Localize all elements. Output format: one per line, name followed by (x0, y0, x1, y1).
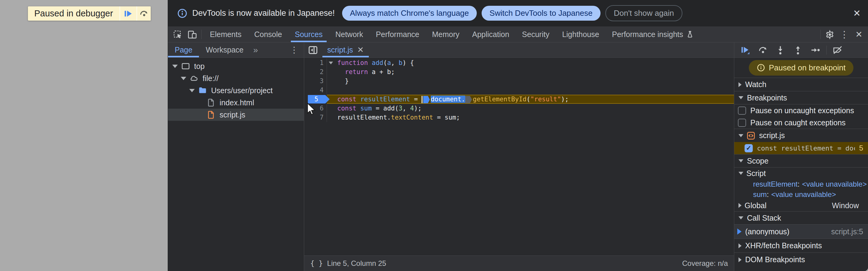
line-number[interactable]: 2 (304, 67, 327, 77)
line-number[interactable]: 7 (304, 113, 327, 122)
tree-item-script.js[interactable]: script.js (168, 109, 304, 121)
tree-item-file-[interactable]: file:// (168, 72, 304, 84)
inspect-element-button[interactable] (170, 27, 185, 42)
code-token: = sum; (433, 114, 460, 121)
code-line-6[interactable]: 6const sum = add(3, 4); (304, 104, 734, 113)
tab-performance-insights[interactable]: Performance insights (606, 27, 701, 42)
tab-memory[interactable]: Memory (426, 27, 466, 42)
scope-variable-resultElement[interactable]: resultElement:<value unavailable> (734, 179, 868, 189)
pretty-print-button[interactable]: { } (310, 260, 323, 267)
tree-item-index.html[interactable]: index.html (168, 96, 304, 109)
info-icon (757, 63, 765, 72)
scope-script-group[interactable]: Script (734, 168, 868, 179)
settings-gear-button[interactable] (823, 27, 837, 42)
tab-performance[interactable]: Performance (369, 27, 426, 42)
code-token: sum (360, 105, 372, 112)
code-line-3[interactable]: 3 } (304, 77, 734, 86)
line-number[interactable]: 3 (304, 77, 327, 86)
infobar-action-2[interactable]: Switch DevTools to Japanese (482, 6, 600, 21)
scope-global-label: Global (745, 201, 766, 210)
main-panel-tabs: ElementsConsoleSourcesNetworkPerformance… (204, 27, 701, 42)
pause-on-uncaught-checkbox[interactable] (738, 107, 746, 115)
kebab-menu-icon: ⋮ (840, 30, 849, 39)
expand-caret-icon[interactable] (172, 65, 178, 68)
scope-caret-icon (739, 203, 742, 208)
step-over-button[interactable] (755, 43, 771, 57)
step-over-page-button[interactable] (136, 6, 151, 21)
fold-caret-icon[interactable] (328, 62, 337, 64)
tab-workspace[interactable]: Workspace (199, 42, 250, 57)
section-caret-icon (739, 82, 742, 87)
code-line-4[interactable]: 4 (304, 86, 734, 95)
resume-button[interactable] (737, 43, 753, 57)
device-toolbar-toggle-button[interactable] (185, 27, 199, 42)
resume-script-button[interactable] (120, 6, 136, 21)
tab-elements[interactable]: Elements (204, 27, 248, 42)
tab-network[interactable]: Network (329, 27, 370, 42)
line-number[interactable]: 6 (304, 104, 327, 113)
tree-item-users-user-project[interactable]: Users/user/project (168, 84, 304, 96)
breakpoint-file-group[interactable]: script.js (734, 129, 868, 142)
breakpoint-checkbox[interactable]: ✓ (745, 144, 753, 152)
section-breakpoints[interactable]: Breakpoints (734, 91, 868, 104)
code-line-5[interactable]: 5const resultElement = document.getEleme… (304, 95, 734, 104)
tab-application[interactable]: Application (466, 27, 516, 42)
tab-console[interactable]: Console (248, 27, 288, 42)
code-token: resultElement (360, 96, 410, 103)
infobar-close-icon[interactable]: ✕ (853, 9, 861, 18)
deactivate-breakpoints-button[interactable] (830, 43, 845, 57)
call-stack-frame[interactable]: (anonymous)script.js:5 (734, 224, 868, 239)
tab-lighthouse[interactable]: Lighthouse (556, 27, 606, 42)
expand-caret-icon[interactable] (181, 77, 186, 80)
step-over-icon (757, 45, 768, 55)
line-number[interactable]: 5 (304, 95, 327, 104)
infobar-action-3[interactable]: Don't show again (606, 5, 683, 21)
tabbar-right-controls: ⋮ ✕ (818, 27, 868, 42)
code-line-7[interactable]: 7resultElement.textContent = sum; (304, 113, 734, 122)
section-xhr-fetch-breakpoints[interactable]: XHR/fetch Breakpoints (734, 239, 868, 252)
section-watch[interactable]: Watch (734, 78, 868, 91)
devtools-close-button[interactable]: ✕ (851, 27, 866, 42)
pause-on-uncaught-checkbox-row[interactable]: Pause on uncaught exceptions (734, 104, 868, 117)
code-token: ( (383, 59, 387, 66)
pause-on-caught-checkbox[interactable] (738, 119, 746, 127)
code-line-2[interactable]: 2 return a + b; (304, 67, 734, 77)
code-line-content: } (327, 77, 734, 86)
step-button[interactable] (808, 43, 824, 57)
pause-on-caught-checkbox-row[interactable]: Pause on caught exceptions (734, 117, 868, 129)
code-editor[interactable]: 1function add(a, b) {2 return a + b;3 }4… (304, 58, 734, 255)
code-line-1[interactable]: 1function add(a, b) { (304, 58, 734, 67)
devtools-main-tabbar: ElementsConsoleSourcesNetworkPerformance… (168, 27, 868, 42)
infobar-action-1[interactable]: Always match Chrome's language (342, 6, 477, 21)
tab-label: Performance (376, 30, 419, 39)
tree-item-top[interactable]: top (168, 60, 304, 72)
navigator-kebab-icon[interactable]: ⋮ (284, 42, 304, 57)
expand-caret-icon[interactable] (189, 89, 195, 92)
tab-page[interactable]: Page (168, 42, 199, 57)
editor-tab-scriptjs[interactable]: script.js ✕ (322, 42, 369, 57)
step-into-button[interactable] (772, 43, 788, 57)
inline-breakpoint-on-icon[interactable] (423, 96, 430, 103)
line-number[interactable]: 4 (304, 86, 327, 95)
tab-close-icon[interactable]: ✕ (357, 45, 364, 55)
section-scope[interactable]: Scope (734, 154, 868, 168)
section-dom-breakpoints[interactable]: DOM Breakpoints (734, 252, 868, 266)
breakpoint-entry[interactable]: ✓const resultElement = doc⋯5 (734, 142, 868, 154)
tab-label: Application (472, 30, 509, 39)
tab-security[interactable]: Security (516, 27, 556, 42)
line-number[interactable]: 1 (304, 58, 327, 67)
tree-item-label: file:// (203, 74, 219, 83)
more-options-kebab-button[interactable]: ⋮ (837, 27, 851, 42)
collapse-sidebar-button[interactable] (304, 42, 322, 57)
more-tabs-chevron[interactable]: » (250, 42, 261, 57)
code-line-content: function add(a, b) { (327, 58, 734, 67)
section-call-stack[interactable]: Call Stack (734, 211, 868, 224)
step-out-button[interactable] (790, 43, 806, 57)
navigator-header: Page Workspace » ⋮ (168, 42, 304, 58)
variable-value: <value unavailable> (802, 180, 867, 188)
inline-breakpoint-off-icon[interactable] (465, 96, 472, 103)
scope-global-group[interactable]: GlobalWindow (734, 200, 868, 211)
frame-icon (181, 61, 190, 71)
scope-variable-sum[interactable]: sum:<value unavailable> (734, 189, 868, 200)
tab-sources[interactable]: Sources (288, 27, 329, 42)
